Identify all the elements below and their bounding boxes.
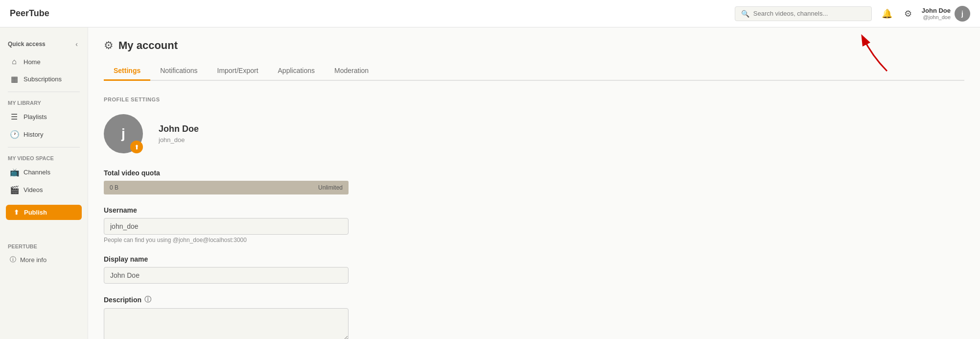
- avatar-container: j ⬆: [104, 114, 143, 153]
- history-icon: 🕐: [10, 130, 19, 139]
- videos-icon: 🎬: [10, 185, 19, 194]
- publish-icon: ⬆: [14, 209, 19, 216]
- layout: Quick access ‹ ⌂ Home ▦ Subscriptions My…: [0, 27, 980, 339]
- navbar-right: 🔍 🔔 ⚙ John Doe @john_doe j: [735, 6, 970, 22]
- user-menu[interactable]: John Doe @john_doe j: [922, 6, 970, 22]
- profile-display-name: John Doe: [159, 124, 199, 134]
- display-name-input[interactable]: [104, 267, 349, 284]
- quota-section: Total video quota 0 B Unlimited Username…: [104, 169, 349, 339]
- username-label: Username: [104, 206, 349, 214]
- sidebar-item-label: Home: [23, 58, 41, 66]
- quota-label: Total video quota: [104, 169, 349, 177]
- tab-notifications[interactable]: Notifications: [150, 62, 207, 81]
- app-brand: PeerTube: [10, 8, 49, 19]
- sidebar-item-label: Channels: [23, 169, 50, 176]
- sidebar-divider-1: [8, 92, 80, 92]
- publish-label: Publish: [24, 209, 47, 216]
- profile-settings-label: PROFILE SETTINGS: [104, 97, 964, 102]
- description-input[interactable]: [104, 308, 349, 339]
- peertube-section-label: PeerTube: [0, 240, 88, 251]
- more-info-label: More info: [20, 256, 47, 264]
- channels-icon: 📺: [10, 168, 19, 177]
- quick-access-label: Quick access: [8, 41, 46, 48]
- tab-applications[interactable]: Applications: [268, 62, 325, 81]
- description-label: Description ⓘ: [104, 295, 349, 304]
- main-content: ⚙ My account Settings Notifications Impo…: [88, 27, 980, 339]
- sidebar-item-channels[interactable]: 📺 Channels: [2, 164, 86, 181]
- quick-access-header: Quick access ‹: [0, 35, 88, 53]
- display-name-group: Display name: [104, 255, 349, 284]
- sidebar: Quick access ‹ ⌂ Home ▦ Subscriptions My…: [0, 27, 88, 339]
- sidebar-item-label: Videos: [23, 186, 43, 194]
- my-library-label: My library: [0, 96, 88, 108]
- info-icon: ⓘ: [10, 255, 16, 264]
- sidebar-item-videos[interactable]: 🎬 Videos: [2, 181, 86, 198]
- search-icon: 🔍: [741, 10, 749, 18]
- username-input[interactable]: [104, 218, 349, 235]
- sidebar-item-label: Playlists: [23, 113, 47, 121]
- quota-bar-wrapper: 0 B Unlimited: [104, 181, 349, 194]
- sidebar-item-label: Subscriptions: [23, 75, 62, 83]
- user-avatar[interactable]: j: [955, 6, 970, 22]
- user-names: John Doe @john_doe: [922, 7, 951, 20]
- tab-settings[interactable]: Settings: [104, 62, 150, 81]
- tabs: Settings Notifications Import/Export App…: [104, 62, 964, 81]
- sidebar-item-history[interactable]: 🕐 History: [2, 126, 86, 143]
- notifications-bell-icon[interactable]: 🔔: [880, 6, 894, 21]
- display-name-label: Display name: [104, 255, 349, 263]
- user-display-name: John Doe: [922, 7, 951, 14]
- sidebar-divider-2: [8, 147, 80, 147]
- profile-handle: john_doe: [159, 136, 199, 144]
- search-input[interactable]: [753, 10, 865, 17]
- sidebar-item-playlists[interactable]: ☰ Playlists: [2, 108, 86, 125]
- more-info-button[interactable]: ⓘ More info: [2, 251, 86, 268]
- settings-gear-icon[interactable]: ⚙: [902, 6, 914, 21]
- navbar: PeerTube 🔍 🔔 ⚙ John Doe @john_doe j: [0, 0, 980, 27]
- description-group: Description ⓘ: [104, 295, 349, 339]
- tab-import-export[interactable]: Import/Export: [208, 62, 268, 81]
- publish-button[interactable]: ⬆ Publish: [6, 205, 82, 220]
- tab-moderation[interactable]: Moderation: [325, 62, 378, 81]
- profile-area: j ⬆ John Doe john_doe: [104, 114, 964, 153]
- quota-limit: Unlimited: [318, 184, 343, 191]
- username-group: Username People can find you using @john…: [104, 206, 349, 243]
- user-handle: @john_doe: [922, 14, 951, 20]
- avatar-upload-button[interactable]: ⬆: [130, 141, 143, 153]
- search-box[interactable]: 🔍: [735, 6, 872, 21]
- page-title: My account: [118, 39, 178, 52]
- profile-info: John Doe john_doe: [159, 114, 199, 153]
- quota-used: 0 B: [110, 184, 118, 191]
- page-header: ⚙ My account: [104, 39, 964, 52]
- sidebar-item-label: History: [23, 131, 43, 138]
- home-icon: ⌂: [10, 57, 19, 66]
- username-hint: People can find you using @john_doe@loca…: [104, 237, 349, 243]
- page-header-icon: ⚙: [104, 39, 114, 52]
- sidebar-item-home[interactable]: ⌂ Home: [2, 53, 86, 70]
- sidebar-item-subscriptions[interactable]: ▦ Subscriptions: [2, 71, 86, 88]
- playlists-icon: ☰: [10, 112, 19, 121]
- my-video-space-label: My video space: [0, 151, 88, 163]
- collapse-button[interactable]: ‹: [73, 39, 80, 49]
- quota-bar: 0 B Unlimited: [104, 181, 349, 194]
- description-info-icon: ⓘ: [144, 295, 151, 304]
- subscriptions-icon: ▦: [10, 74, 19, 84]
